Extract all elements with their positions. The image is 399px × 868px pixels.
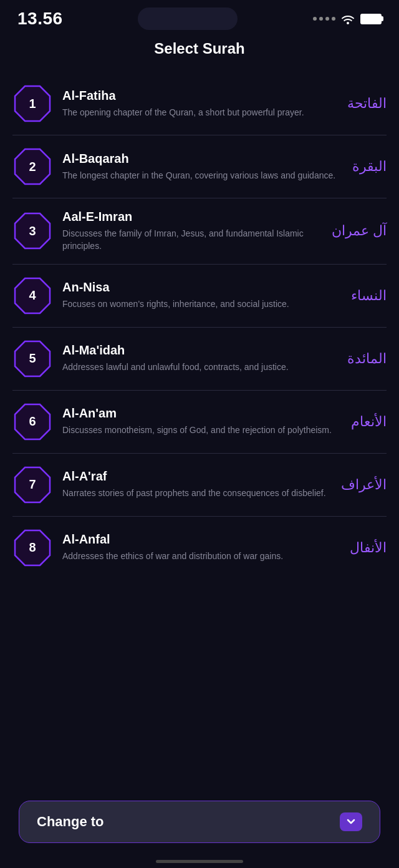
- surah-number: 5: [29, 351, 36, 366]
- status-time: 13.56: [17, 9, 63, 29]
- surah-arabic-name: المائدة: [347, 351, 387, 367]
- surah-description: Discusses the family of Imran, Jesus, an…: [62, 227, 317, 253]
- surah-name: Al-Anfal: [62, 532, 335, 547]
- surah-description: The longest chapter in the Quran, coveri…: [62, 169, 337, 182]
- surah-list: 1Al-FatihaThe opening chapter of the Qur…: [0, 72, 399, 579]
- dropdown-arrow-icon: [340, 812, 362, 831]
- change-to-label: Change to: [37, 814, 104, 830]
- surah-info: Al-BaqarahThe longest chapter in the Qur…: [62, 152, 337, 182]
- surah-badge: 3: [12, 211, 52, 251]
- list-item[interactable]: 1Al-FatihaThe opening chapter of the Qur…: [12, 72, 387, 135]
- battery-icon: [360, 14, 382, 24]
- surah-arabic-name: الأنفال: [350, 540, 387, 556]
- surah-number: 6: [29, 414, 36, 429]
- surah-info: Al-A'rafNarrates stories of past prophet…: [62, 469, 326, 499]
- surah-description: Discusses monotheism, signs of God, and …: [62, 424, 336, 436]
- surah-description: Narrates stories of past prophets and th…: [62, 487, 326, 499]
- surah-badge: 2: [12, 147, 52, 187]
- surah-arabic-name: الأنعام: [351, 414, 387, 430]
- list-item[interactable]: 4An-NisaFocuses on women's rights, inher…: [12, 265, 387, 328]
- surah-name: Aal-E-Imran: [62, 210, 317, 224]
- surah-number: 3: [29, 224, 36, 238]
- surah-name: Al-An'am: [62, 406, 336, 421]
- surah-info: Aal-E-ImranDiscusses the family of Imran…: [62, 210, 317, 253]
- change-to-button[interactable]: Change to: [19, 801, 380, 843]
- surah-arabic-name: الأعراف: [341, 477, 387, 493]
- surah-info: Al-AnfalAddresses the ethics of war and …: [62, 532, 335, 562]
- surah-info: Al-FatihaThe opening chapter of the Qura…: [62, 89, 332, 119]
- surah-number: 7: [29, 477, 36, 492]
- status-icons: [313, 13, 382, 24]
- surah-arabic-name: النساء: [351, 288, 387, 304]
- surah-badge: 7: [12, 465, 52, 505]
- list-item[interactable]: 6Al-An'amDiscusses monotheism, signs of …: [12, 391, 387, 454]
- status-bar: 13.56: [0, 0, 399, 35]
- list-item[interactable]: 8Al-AnfalAddresses the ethics of war and…: [12, 517, 387, 579]
- surah-description: Addresses lawful and unlawful food, cont…: [62, 361, 332, 373]
- surah-badge: 1: [12, 84, 52, 124]
- surah-number: 4: [29, 288, 36, 303]
- surah-badge: 6: [12, 402, 52, 442]
- surah-number: 2: [29, 160, 36, 174]
- surah-number: 1: [29, 97, 36, 111]
- surah-description: The opening chapter of the Quran, a shor…: [62, 106, 332, 119]
- notch: [138, 7, 238, 30]
- surah-name: Al-Fatiha: [62, 89, 332, 103]
- surah-description: Focuses on women's rights, inheritance, …: [62, 298, 336, 310]
- signal-dots: [313, 17, 335, 21]
- page-title: Select Surah: [0, 35, 399, 72]
- surah-arabic-name: آل عمران: [332, 223, 387, 239]
- surah-arabic-name: الفاتحة: [347, 95, 387, 112]
- wifi-icon: [340, 13, 355, 24]
- home-indicator: [156, 860, 243, 863]
- surah-badge: 5: [12, 339, 52, 379]
- surah-info: Al-An'amDiscusses monotheism, signs of G…: [62, 406, 336, 436]
- surah-name: Al-Baqarah: [62, 152, 337, 166]
- list-item[interactable]: 2Al-BaqarahThe longest chapter in the Qu…: [12, 135, 387, 198]
- surah-name: Al-Ma'idah: [62, 343, 332, 358]
- surah-info: An-NisaFocuses on women's rights, inheri…: [62, 280, 336, 310]
- surah-description: Addresses the ethics of war and distribu…: [62, 550, 335, 562]
- surah-number: 8: [29, 540, 36, 555]
- surah-arabic-name: البقرة: [352, 158, 387, 175]
- list-item[interactable]: 5Al-Ma'idahAddresses lawful and unlawful…: [12, 328, 387, 391]
- list-item[interactable]: 3Aal-E-ImranDiscusses the family of Imra…: [12, 198, 387, 265]
- bottom-bar: Change to: [0, 791, 399, 868]
- surah-badge: 4: [12, 276, 52, 316]
- surah-info: Al-Ma'idahAddresses lawful and unlawful …: [62, 343, 332, 373]
- surah-badge: 8: [12, 528, 52, 568]
- list-item[interactable]: 7Al-A'rafNarrates stories of past prophe…: [12, 454, 387, 517]
- surah-name: Al-A'raf: [62, 469, 326, 484]
- surah-name: An-Nisa: [62, 280, 336, 295]
